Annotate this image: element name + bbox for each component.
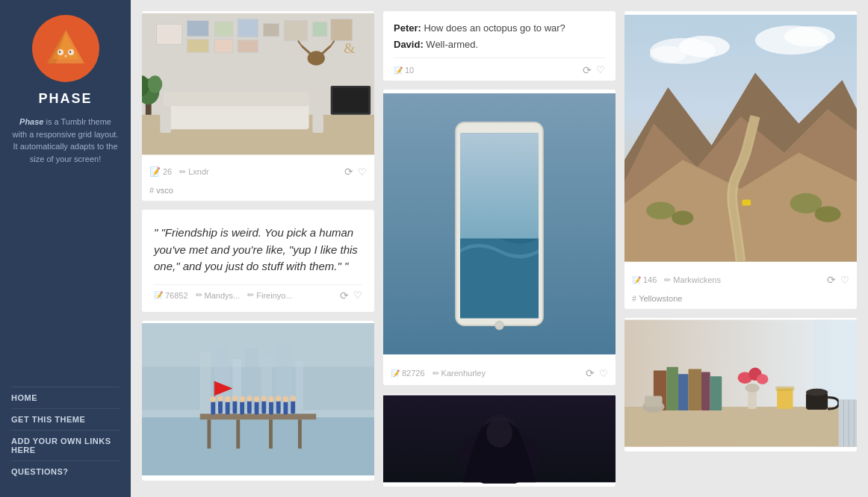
svg-rect-50 bbox=[269, 419, 273, 448]
svg-rect-5 bbox=[59, 51, 61, 53]
svg-rect-29 bbox=[312, 97, 323, 134]
nav-item-questions[interactable]: QUESTIONS? bbox=[11, 460, 120, 482]
card-room-photo: & bbox=[142, 11, 374, 201]
mountain-photo-tag: # Yellowstone bbox=[624, 292, 857, 309]
svg-rect-47 bbox=[200, 413, 317, 419]
svg-rect-11 bbox=[187, 20, 208, 36]
cozy-image bbox=[624, 318, 857, 448]
svg-point-93 bbox=[784, 26, 835, 46]
source-link[interactable]: ✏ Lxndr bbox=[179, 167, 209, 177]
svg-point-83 bbox=[495, 322, 504, 331]
svg-point-36 bbox=[148, 75, 162, 93]
svg-rect-18 bbox=[284, 20, 307, 40]
mountain-photo-footer: 📝 146 ✏ Markwickens ⟳ ♡ bbox=[624, 268, 857, 292]
room-photo-tag: # vsco bbox=[142, 184, 374, 201]
svg-point-67 bbox=[217, 396, 223, 401]
chat-notes: 📝 10 bbox=[394, 66, 414, 75]
heart-icon[interactable]: ♡ bbox=[840, 275, 849, 286]
quote-author1[interactable]: ✏ Mandys... bbox=[196, 290, 241, 300]
svg-rect-32 bbox=[333, 88, 369, 113]
tablet-image bbox=[383, 90, 616, 358]
card-chat-octopus: Peter: How does an octopus go to war? Da… bbox=[383, 11, 616, 81]
card-march-photo bbox=[142, 321, 374, 481]
svg-rect-55 bbox=[218, 400, 223, 413]
quote-author2[interactable]: ✏ Fireinyo... bbox=[247, 290, 292, 300]
pencil-icon2: ✏ bbox=[247, 290, 254, 300]
svg-rect-51 bbox=[298, 419, 302, 448]
svg-rect-97 bbox=[742, 200, 751, 206]
column-2: Peter: How does an octopus go to war? Da… bbox=[383, 11, 616, 487]
tablet-notes: 📝 82726 bbox=[391, 369, 425, 378]
svg-rect-12 bbox=[187, 40, 208, 52]
svg-point-72 bbox=[254, 396, 260, 402]
svg-rect-15 bbox=[238, 19, 258, 37]
svg-rect-20 bbox=[331, 19, 353, 41]
reblog-icon[interactable]: ⟳ bbox=[586, 367, 595, 379]
column-3: 📝 146 ✏ Markwickens ⟳ ♡ bbox=[624, 11, 857, 451]
svg-rect-110 bbox=[710, 376, 722, 410]
svg-rect-60 bbox=[255, 401, 259, 413]
masonry-grid: & bbox=[142, 11, 857, 487]
note-icon: 📝 bbox=[149, 166, 161, 177]
svg-point-87 bbox=[486, 419, 512, 448]
main-content: & bbox=[131, 0, 868, 497]
svg-point-99 bbox=[672, 210, 693, 225]
svg-point-71 bbox=[247, 396, 252, 401]
svg-point-90 bbox=[679, 36, 730, 57]
note-icon: 📝 bbox=[154, 291, 163, 299]
card-cozy-photo bbox=[624, 318, 857, 451]
svg-rect-107 bbox=[678, 374, 689, 410]
logo-triangle-icon bbox=[43, 26, 88, 71]
reblog-icon[interactable]: ⟳ bbox=[583, 64, 592, 76]
svg-rect-57 bbox=[232, 400, 237, 413]
svg-rect-19 bbox=[312, 22, 326, 36]
svg-point-101 bbox=[815, 206, 841, 222]
svg-rect-56 bbox=[226, 401, 230, 413]
svg-point-98 bbox=[646, 202, 675, 219]
tablet-source[interactable]: ✏ Karenhurley bbox=[433, 369, 486, 378]
nav-item-add-links[interactable]: ADD YOUR OWN LINKS HERE bbox=[11, 430, 120, 460]
tag-icon: # bbox=[632, 294, 636, 303]
heart-icon[interactable]: ♡ bbox=[353, 290, 362, 301]
reblog-icon[interactable]: ⟳ bbox=[827, 274, 836, 286]
svg-point-91 bbox=[650, 46, 686, 63]
quote-text: " "Friendship is weird. You pick a human… bbox=[154, 225, 362, 275]
mountain-source[interactable]: ✏ Markwickens bbox=[664, 275, 721, 285]
svg-rect-61 bbox=[261, 400, 266, 413]
svg-rect-59 bbox=[247, 400, 252, 413]
site-title: PHASE bbox=[38, 91, 92, 107]
card-tablet-photo: 📝 82726 ✏ Karenhurley ⟳ ♡ bbox=[383, 90, 616, 385]
reblog-icon[interactable]: ⟳ bbox=[340, 290, 349, 301]
tablet-photo-footer: 📝 82726 ✏ Karenhurley ⟳ ♡ bbox=[383, 361, 616, 385]
sidebar: PHASE Phase is a Tumblr theme with a res… bbox=[0, 0, 131, 497]
site-description: Phase is a Tumblr theme with a responsiv… bbox=[11, 116, 120, 165]
reblog-icon[interactable]: ⟳ bbox=[344, 166, 353, 178]
chat-footer: 📝 10 ⟳ ♡ bbox=[394, 57, 605, 81]
svg-point-121 bbox=[806, 389, 828, 396]
svg-rect-65 bbox=[291, 400, 295, 413]
svg-rect-39 bbox=[200, 351, 211, 410]
heart-icon[interactable]: ♡ bbox=[599, 368, 608, 379]
svg-rect-6 bbox=[69, 51, 71, 53]
heart-icon[interactable]: ♡ bbox=[596, 64, 605, 76]
mountain-image bbox=[624, 11, 857, 265]
svg-rect-17 bbox=[263, 23, 279, 36]
svg-rect-63 bbox=[276, 400, 281, 413]
card-mountain-photo: 📝 146 ✏ Markwickens ⟳ ♡ bbox=[624, 11, 857, 309]
sidebar-nav: HOME GET THIS THEME ADD YOUR OWN LINKS H… bbox=[11, 387, 120, 497]
nav-item-home[interactable]: HOME bbox=[11, 387, 120, 408]
svg-point-114 bbox=[745, 384, 759, 393]
note-icon: 📝 bbox=[394, 66, 403, 75]
svg-rect-62 bbox=[269, 401, 273, 413]
column-1: & bbox=[142, 11, 374, 481]
note-icon: 📝 bbox=[632, 276, 641, 284]
room-photo-footer: 📝 26 ✏ Lxndr ⟳ ♡ bbox=[142, 160, 374, 184]
note-icon: 📝 bbox=[391, 369, 400, 378]
card-quote-friendship: " "Friendship is weird. You pick a human… bbox=[142, 210, 374, 312]
pencil-icon: ✏ bbox=[196, 290, 202, 300]
pencil-icon: ✏ bbox=[433, 369, 439, 378]
svg-point-70 bbox=[239, 396, 245, 402]
chat-line-2: David: Well-armed. bbox=[394, 38, 605, 51]
heart-icon[interactable]: ♡ bbox=[358, 166, 367, 178]
nav-item-get-theme[interactable]: GET THIS THEME bbox=[11, 408, 120, 430]
